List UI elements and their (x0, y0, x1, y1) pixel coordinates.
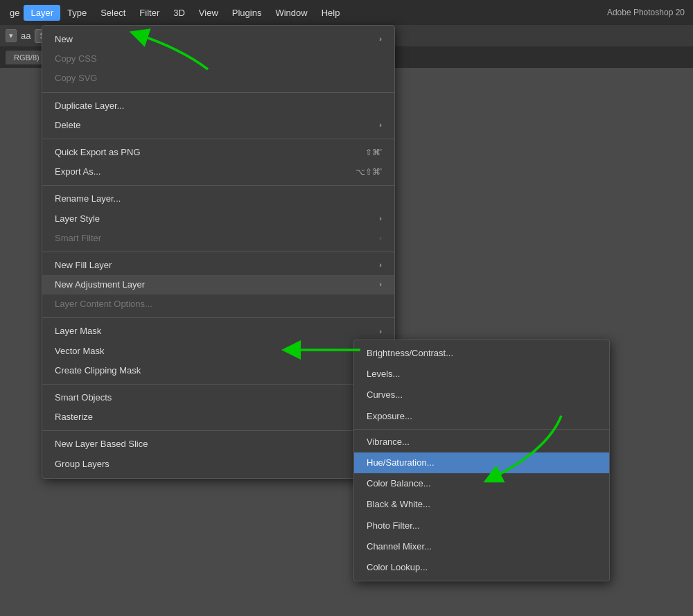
submenu-item-levels[interactable]: Levels... (354, 364, 609, 385)
submenu-divider-1 (354, 429, 609, 430)
menu-export-as-label: Export As... (55, 166, 100, 178)
menu-section-7: Smart Objects › Rasterize › (42, 387, 394, 428)
menu-item-duplicate[interactable]: Duplicate Layer... (42, 96, 394, 116)
menu-item-rasterize[interactable]: Rasterize › (42, 407, 394, 427)
menu-section-1: New › Copy CSS Copy SVG (42, 28, 394, 90)
menu-item-rename[interactable]: Rename Layer... (42, 189, 394, 209)
menu-clipping-mask-label: Create Clipping Mask (55, 364, 141, 377)
menu-delete-label: Delete (55, 119, 81, 132)
menu-item-partial: ge (6, 5, 24, 21)
menu-item-layer[interactable]: Layer (24, 5, 60, 21)
submenu-item-vibrance[interactable]: Vibrance... (354, 432, 609, 452)
menu-item-copy-css: Copy CSS (42, 49, 394, 69)
menu-item-export-as[interactable]: Export As... ⌥⇧⌘' (42, 162, 394, 182)
menu-new-fill-label: New Fill Layer (55, 259, 112, 272)
menu-section-6: Layer Mask › Vector Mask › Create Clippi… (42, 320, 394, 382)
menu-item-window[interactable]: Window (268, 5, 314, 21)
divider-7 (42, 430, 394, 431)
submenu-item-black-white[interactable]: Black & White... (354, 494, 609, 515)
menu-quick-export-label: Quick Export as PNG (55, 146, 141, 159)
menu-duplicate-label: Duplicate Layer... (55, 100, 124, 112)
menu-vector-mask-label: Vector Mask (55, 345, 105, 358)
menu-layer-mask-label: Layer Mask (55, 325, 101, 337)
submenu-item-color-lookup[interactable]: Color Lookup... (354, 557, 609, 578)
submenu-channel-mixer-label: Channel Mixer... (367, 540, 432, 553)
menu-item-smart-filter: Smart Filter › (42, 229, 394, 248)
menu-layer-style-arrow: › (379, 213, 382, 224)
menu-item-help[interactable]: Help (315, 5, 347, 21)
menu-item-layer-mask[interactable]: Layer Mask › (42, 322, 394, 341)
submenu-photo-filter-label: Photo Filter... (367, 520, 420, 532)
submenu-curves-label: Curves... (367, 389, 403, 401)
submenu-color-lookup-label: Color Lookup... (367, 561, 428, 574)
menu-item-layer-style[interactable]: Layer Style › (42, 209, 394, 229)
divider-2 (42, 139, 394, 139)
submenu-exposure-label: Exposure... (367, 410, 412, 423)
menu-section-4: Rename Layer... Layer Style › Smart Filt… (42, 188, 394, 249)
menu-new-label: New (55, 33, 73, 46)
menu-copy-css-label: Copy CSS (55, 53, 97, 65)
menu-rasterize-label: Rasterize (55, 411, 93, 423)
submenu-color-balance-label: Color Balance... (367, 477, 431, 490)
tab-rgb-label: RGB/8) * (14, 53, 44, 62)
divider-4 (42, 252, 394, 252)
menu-smart-filter-arrow: › (379, 233, 382, 243)
dropdown-chevron[interactable]: ▾ (6, 29, 17, 42)
submenu-item-brightness[interactable]: Brightness/Contrast... (354, 343, 609, 364)
menu-item-new-layer-based-slice[interactable]: New Layer Based Slice (42, 434, 394, 454)
layer-dropdown-menu: New › Copy CSS Copy SVG Duplicate Layer.… (42, 25, 395, 479)
menu-adjustment-label: New Adjustment Layer (55, 279, 145, 291)
submenu-brightness-label: Brightness/Contrast... (367, 347, 453, 360)
submenu-item-hue-saturation[interactable]: Hue/Saturation... (354, 452, 609, 473)
menu-item-group-layers[interactable]: Group Layers ⌘G (42, 455, 394, 474)
menu-new-layer-based-slice-label: New Layer Based Slice (55, 438, 148, 450)
aa-label: aa (21, 30, 30, 41)
menu-rename-label: Rename Layer... (55, 193, 121, 205)
menu-fill-arrow: › (379, 260, 382, 270)
submenu-item-photo-filter[interactable]: Photo Filter... (354, 516, 609, 536)
menu-item-delete[interactable]: Delete › (42, 116, 394, 135)
menu-new-arrow: › (379, 34, 382, 44)
menu-item-new-adjustment-layer[interactable]: New Adjustment Layer › (42, 275, 394, 294)
menu-item-quick-export[interactable]: Quick Export as PNG ⇧⌘' (42, 143, 394, 162)
menu-section-8: New Layer Based Slice Group Layers ⌘G (42, 433, 394, 475)
menu-bar: ge Layer Type Select Filter 3D View Plug… (0, 0, 693, 25)
menu-item-clipping-mask[interactable]: Create Clipping Mask ⌥⌘G (42, 361, 394, 380)
menu-item-new[interactable]: New › (42, 30, 394, 49)
menu-item-new-fill-layer[interactable]: New Fill Layer › (42, 256, 394, 275)
menu-item-plugins[interactable]: Plugins (225, 5, 269, 21)
menu-item-3d[interactable]: 3D (166, 5, 192, 21)
menu-smart-filter-label: Smart Filter (55, 232, 101, 245)
menu-item-filter[interactable]: Filter (132, 5, 166, 21)
menu-item-smart-objects[interactable]: Smart Objects › (42, 388, 394, 407)
app-title: Adobe Photoshop 20 (607, 0, 693, 25)
menu-section-3: Quick Export as PNG ⇧⌘' Export As... ⌥⇧⌘… (42, 141, 394, 183)
menu-quick-export-shortcut: ⇧⌘' (365, 147, 382, 159)
divider-5 (42, 317, 394, 318)
menu-section-5: New Fill Layer › New Adjustment Layer › … (42, 254, 394, 316)
menu-item-copy-svg: Copy SVG (42, 69, 394, 88)
menu-content-options-label: Layer Content Options... (55, 298, 152, 310)
menu-item-type[interactable]: Type (60, 5, 94, 21)
menu-item-layer-content-options: Layer Content Options... (42, 294, 394, 314)
submenu-vibrance-label: Vibrance... (367, 436, 410, 448)
submenu-item-curves[interactable]: Curves... (354, 385, 609, 405)
menu-export-as-shortcut: ⌥⇧⌘' (356, 166, 382, 178)
submenu-item-channel-mixer[interactable]: Channel Mixer... (354, 536, 609, 557)
menu-item-view[interactable]: View (192, 5, 225, 21)
submenu-item-color-balance[interactable]: Color Balance... (354, 473, 609, 494)
menu-smart-objects-label: Smart Objects (55, 391, 112, 404)
divider-3 (42, 185, 394, 186)
divider-6 (42, 384, 394, 385)
submenu-item-exposure[interactable]: Exposure... (354, 406, 609, 427)
menu-item-select[interactable]: Select (94, 5, 132, 21)
menu-group-layers-label: Group Layers (55, 458, 109, 470)
menu-copy-svg-label: Copy SVG (55, 72, 97, 85)
divider-1 (42, 92, 394, 93)
menu-adjustment-arrow: › (379, 279, 382, 290)
menu-section-2: Duplicate Layer... Delete › (42, 95, 394, 137)
adjustment-submenu: Brightness/Contrast... Levels... Curves.… (353, 340, 610, 581)
submenu-levels-label: Levels... (367, 368, 400, 380)
menu-delete-arrow: › (379, 120, 382, 130)
menu-item-vector-mask[interactable]: Vector Mask › (42, 342, 394, 361)
